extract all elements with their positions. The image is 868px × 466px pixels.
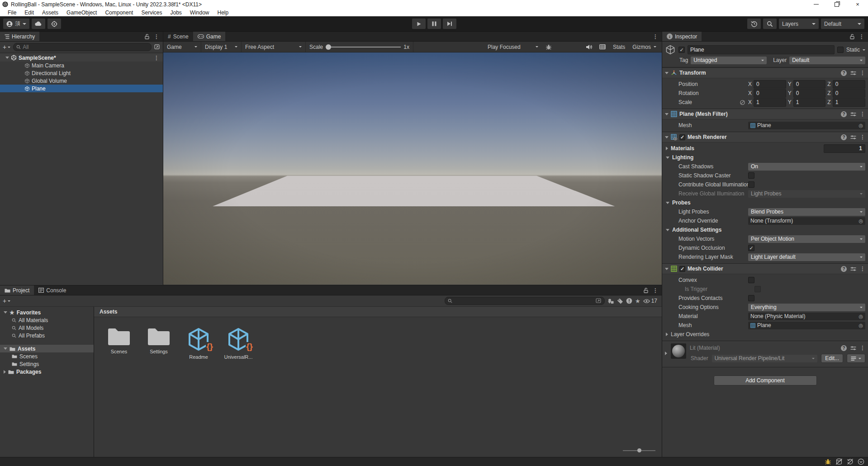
rendering-layer-mask-dropdown[interactable]: Light Layer default [748, 253, 865, 261]
scale-x-field[interactable]: 1 [754, 98, 786, 107]
thumbnail-size-slider[interactable] [623, 450, 655, 451]
help-icon[interactable]: ? [841, 134, 847, 140]
foldout-closed-icon[interactable] [665, 352, 667, 355]
pause-button[interactable] [427, 19, 441, 29]
menu-component[interactable]: Component [101, 10, 137, 16]
mute-audio-button[interactable] [582, 42, 596, 52]
close-button[interactable]: × [847, 0, 868, 9]
static-checkbox[interactable] [837, 47, 844, 53]
hierarchy-scene-row[interactable]: SampleScene* ⋮ [0, 54, 163, 62]
play-focus-dropdown[interactable]: Play Focused [484, 42, 542, 52]
motion-vectors-dropdown[interactable]: Per Object Motion [748, 235, 865, 243]
search-by-label-icon[interactable] [617, 298, 623, 304]
foldout-closed-icon[interactable] [4, 370, 6, 374]
create-asset-button[interactable]: + [3, 297, 10, 304]
materials-foldout[interactable]: Materials 1 [662, 144, 868, 153]
lock-icon[interactable] [644, 288, 648, 293]
cooking-options-dropdown[interactable]: Everything [748, 304, 865, 311]
tree-assets[interactable]: Assets [0, 345, 94, 352]
kebab-menu-icon[interactable]: ⋮ [154, 33, 159, 40]
auto-refresh-off-icon[interactable] [847, 458, 854, 465]
kebab-menu-icon[interactable]: ⋮ [859, 33, 864, 40]
presets-icon[interactable] [850, 135, 856, 140]
menu-services[interactable]: Services [137, 10, 166, 16]
active-checkbox[interactable]: ✓ [678, 47, 685, 53]
materials-count-field[interactable]: 1 [824, 144, 865, 153]
pick-window-icon[interactable] [154, 44, 160, 50]
presets-icon[interactable] [850, 346, 856, 351]
position-y-field[interactable]: 0 [793, 80, 826, 89]
kebab-menu-icon[interactable]: ⋮ [860, 70, 865, 76]
shader-menu-button[interactable] [847, 354, 865, 363]
thumbnail-size-knob[interactable] [637, 448, 641, 452]
position-z-field[interactable]: 0 [833, 80, 865, 89]
tree-favorites[interactable]: ★ Favorites [0, 309, 94, 316]
asset-universal-rp[interactable]: {} UniversalR... [224, 327, 252, 360]
material-preview[interactable] [671, 343, 686, 359]
shader-dropdown[interactable]: Universal Render Pipeline/Lit [712, 355, 818, 362]
mesh-object-field[interactable]: Plane ◎ [748, 122, 865, 129]
cloud-button[interactable] [32, 19, 45, 29]
tab-project[interactable]: Project [0, 285, 34, 295]
warnings-filter-icon[interactable] [626, 298, 632, 304]
asset-readme[interactable]: {} Readme [185, 327, 213, 360]
rotation-y-field[interactable]: 0 [793, 89, 826, 98]
cast-shadows-dropdown[interactable]: On [748, 163, 865, 171]
background-tasks-icon[interactable] [858, 458, 864, 465]
light-probes-dropdown[interactable]: Blend Probes [748, 208, 865, 216]
tab-console[interactable]: Console [34, 285, 71, 295]
tag-dropdown[interactable]: Untagged [691, 57, 767, 64]
presets-icon[interactable] [850, 266, 856, 271]
tree-scenes[interactable]: Scenes [0, 352, 94, 360]
object-picker-icon[interactable]: ◎ [859, 323, 863, 328]
foldout-open-icon[interactable] [4, 347, 7, 350]
kebab-menu-icon[interactable]: ⋮ [860, 111, 865, 117]
debugger-bug-icon[interactable] [825, 458, 831, 465]
account-button[interactable]: 須 [3, 19, 29, 29]
position-x-field[interactable]: 0 [754, 80, 786, 89]
presets-icon[interactable] [850, 112, 856, 117]
vsync-grid-button[interactable] [596, 42, 609, 52]
tab-hierarchy[interactable]: Hierarchy [0, 32, 39, 41]
hierarchy-item-global-volume[interactable]: Global Volume [0, 77, 163, 85]
mesh-filter-header[interactable]: Plane (Mesh Filter) ? ⋮ [662, 109, 868, 119]
tree-all-models[interactable]: All Models [0, 324, 94, 332]
frame-debugger-button[interactable] [542, 42, 555, 52]
menu-assets[interactable]: Assets [38, 10, 62, 16]
tab-scene[interactable]: # Scene [163, 32, 193, 41]
scale-slider[interactable] [326, 47, 401, 48]
hierarchy-search-input[interactable]: All [13, 43, 152, 51]
foldout-open-icon[interactable] [665, 113, 669, 115]
dynamic-occlusion-checkbox[interactable]: ✓ [748, 245, 754, 251]
menu-gameobject[interactable]: GameObject [62, 10, 101, 16]
presets-icon[interactable] [850, 71, 856, 76]
probes-foldout[interactable]: Probes [662, 198, 868, 207]
foldout-open-icon[interactable] [665, 268, 669, 270]
step-button[interactable] [443, 19, 456, 29]
hierarchy-item-directional-light[interactable]: Directional Light [0, 69, 163, 77]
play-button[interactable] [412, 19, 426, 29]
help-icon[interactable]: ? [841, 266, 847, 272]
services-button[interactable] [47, 19, 61, 29]
tree-all-prefabs[interactable]: All Prefabs [0, 332, 94, 339]
lock-icon[interactable] [850, 34, 854, 39]
tree-all-materials[interactable]: All Materials [0, 316, 94, 324]
contribute-gi-checkbox[interactable] [748, 181, 754, 188]
rotation-z-field[interactable]: 0 [833, 89, 865, 98]
favorites-star-icon[interactable]: ★ [635, 298, 640, 304]
display-dropdown[interactable]: Display 1 [201, 42, 242, 52]
component-enabled-checkbox[interactable]: ✓ [679, 134, 685, 140]
menu-help[interactable]: Help [213, 10, 233, 16]
scale-y-field[interactable]: 1 [793, 98, 826, 107]
lock-icon[interactable] [145, 34, 149, 39]
help-icon[interactable]: ? [841, 111, 847, 117]
menu-edit[interactable]: Edit [20, 10, 38, 16]
layer-dropdown[interactable]: Default [789, 57, 865, 64]
layout-dropdown[interactable]: Default [821, 19, 864, 29]
menu-file[interactable]: File [4, 10, 20, 16]
object-picker-icon[interactable]: ◎ [859, 123, 863, 128]
menu-jobs[interactable]: Jobs [166, 10, 185, 16]
collider-mesh-field[interactable]: Plane ◎ [748, 322, 865, 329]
add-component-button[interactable]: Add Component [714, 376, 817, 385]
asset-scenes-folder[interactable]: Scenes [105, 327, 133, 360]
